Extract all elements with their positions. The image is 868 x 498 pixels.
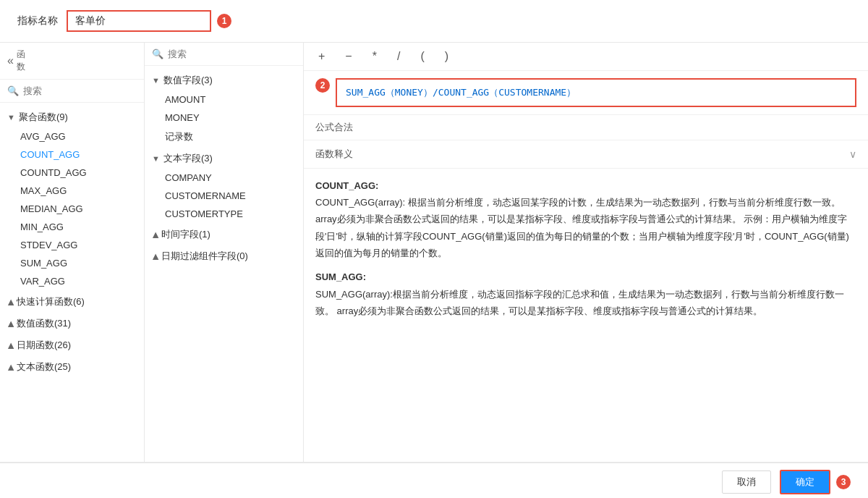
date-func-group: ▶ 日期函数(26): [0, 335, 144, 355]
date-arrow: ▶: [6, 342, 15, 348]
func-count-agg[interactable]: COUNT_AGG: [0, 145, 144, 164]
func-def-header[interactable]: 函数释义 ∨: [304, 140, 868, 169]
func-avg-agg[interactable]: AVG_AGG: [0, 127, 144, 145]
field-customername[interactable]: CUSTOMERNAME: [145, 187, 303, 205]
text-func-group-label: 文本函数(25): [17, 360, 71, 374]
field-company[interactable]: COMPANY: [145, 169, 303, 187]
date-filter-fields-arrow: ▶: [150, 253, 160, 259]
middle-search-box: 🔍: [145, 43, 303, 66]
panel-label-shu: 数: [17, 61, 25, 73]
numeric-fields-group: ▼ 数值字段(3) AMOUNT MONEY 记录数: [145, 70, 303, 147]
time-fields-header[interactable]: ▶ 时间字段(1): [145, 224, 303, 245]
formula-toolbar: + − * / ( ): [304, 43, 868, 71]
functions-tree: ▼ 聚合函数(9) AVG_AGG COUNT_AGG COUNTD_AGG M…: [0, 103, 144, 462]
bottom-bar: 取消 确定 3: [0, 463, 868, 498]
minus-button[interactable]: −: [342, 48, 354, 64]
formula-status: 公式合法: [304, 115, 868, 140]
func-def-content: COUNT_AGG: COUNT_AGG(array): 根据当前分析维度，动态…: [304, 169, 868, 336]
time-fields-arrow: ▶: [150, 232, 160, 237]
sum-agg-title: SUM_AGG:: [315, 271, 366, 282]
badge-3: 3: [836, 475, 851, 489]
left-search-box: 🔍: [0, 80, 144, 103]
badge-2: 2: [315, 78, 330, 93]
field-amount[interactable]: AMOUNT: [145, 90, 303, 109]
func-median-agg[interactable]: MEDIAN_AGG: [0, 200, 144, 218]
count-agg-body: COUNT_AGG(array): 根据当前分析维度，动态返回某字段的计数，生成…: [315, 197, 849, 258]
numeric-func-group: ▶ 数值函数(31): [0, 313, 144, 334]
numeric-arrow: ▶: [6, 321, 15, 326]
numeric-fields-label: 数值字段(3): [163, 74, 213, 87]
func-def-title: 函数释义: [315, 148, 353, 161]
plus-button[interactable]: +: [315, 48, 328, 64]
panel-label-han: 函: [17, 48, 25, 61]
middle-search-icon: 🔍: [152, 48, 163, 59]
agg-group-label: 聚合函数(9): [19, 111, 68, 124]
formula-editor-wrapper: 2 SUM_AGG（MONEY）/COUNT_AGG（CUSTOMERNAME）: [304, 71, 868, 115]
time-fields-label: 时间字段(1): [161, 228, 210, 241]
numeric-func-group-header[interactable]: ▶ 数值函数(31): [0, 313, 144, 334]
top-bar: 指标名称 1: [0, 0, 868, 43]
chevron-down-icon: ∨: [849, 148, 856, 160]
text-func-arrow: ▶: [6, 364, 15, 370]
date-func-group-label: 日期函数(26): [17, 339, 71, 352]
quick-arrow: ▶: [6, 299, 15, 305]
badge-1: 1: [217, 14, 231, 28]
divide-button[interactable]: /: [394, 48, 403, 64]
func-countd-agg[interactable]: COUNTD_AGG: [0, 164, 144, 182]
quick-group-header[interactable]: ▶ 快速计算函数(6): [0, 292, 144, 312]
middle-search-input[interactable]: [168, 48, 296, 59]
quick-group-label: 快速计算函数(6): [17, 295, 85, 308]
metric-name-input[interactable]: [67, 10, 211, 32]
date-func-group-header[interactable]: ▶ 日期函数(26): [0, 335, 144, 355]
lparen-button[interactable]: (: [417, 48, 427, 64]
text-fields-group: ▼ 文本字段(3) COMPANY CUSTOMERNAME CUSTOMERT…: [145, 148, 303, 223]
confirm-button[interactable]: 确定: [780, 470, 830, 494]
agg-group: ▼ 聚合函数(9) AVG_AGG COUNT_AGG COUNTD_AGG M…: [0, 107, 144, 290]
numeric-fields-header[interactable]: ▼ 数值字段(3): [145, 70, 303, 90]
date-filter-fields-group: ▶ 日期过滤组件字段(0): [145, 246, 303, 266]
agg-arrow: ▼: [7, 113, 15, 122]
sum-agg-body: SUM_AGG(array):根据当前分析维度，动态返回指标字段的汇总求和值，生…: [315, 289, 844, 316]
main-area: « 函 数 🔍 ▼ 聚合函数(9) AVG_AGG COUNT_AGG COUN…: [0, 43, 868, 463]
numeric-fields-arrow: ▼: [152, 76, 160, 85]
text-func-group-header[interactable]: ▶ 文本函数(25): [0, 357, 144, 377]
text-func-group: ▶ 文本函数(25): [0, 357, 144, 377]
date-filter-fields-header[interactable]: ▶ 日期过滤组件字段(0): [145, 246, 303, 266]
count-agg-title: COUNT_AGG:: [315, 180, 378, 191]
agg-group-header[interactable]: ▼ 聚合函数(9): [0, 107, 144, 127]
multiply-button[interactable]: *: [370, 48, 380, 64]
cancel-button[interactable]: 取消: [722, 470, 771, 494]
text-fields-arrow: ▼: [152, 154, 160, 163]
func-max-agg[interactable]: MAX_AGG: [0, 182, 144, 200]
field-record-count[interactable]: 记录数: [145, 127, 303, 147]
fields-tree: ▼ 数值字段(3) AMOUNT MONEY 记录数 ▼ 文本字段(3) COM…: [145, 66, 303, 462]
date-filter-fields-label: 日期过滤组件字段(0): [161, 250, 248, 263]
func-sum-agg[interactable]: SUM_AGG: [0, 254, 144, 272]
func-var-agg[interactable]: VAR_AGG: [0, 272, 144, 290]
text-fields-label: 文本字段(3): [163, 152, 213, 165]
left-panel: « 函 数 🔍 ▼ 聚合函数(9) AVG_AGG COUNT_AGG COUN…: [0, 43, 145, 462]
left-search-input[interactable]: [23, 85, 137, 96]
func-min-agg[interactable]: MIN_AGG: [0, 218, 144, 236]
right-panel: + − * / ( ) 2 SUM_AGG（MONEY）/COUNT_AGG（C…: [304, 43, 868, 462]
collapse-icon: «: [7, 54, 14, 67]
formula-editor[interactable]: SUM_AGG（MONEY）/COUNT_AGG（CUSTOMERNAME）: [336, 78, 856, 107]
quick-group: ▶ 快速计算函数(6): [0, 292, 144, 312]
metric-name-input-wrapper: 1: [67, 10, 231, 32]
metric-name-label: 指标名称: [17, 14, 58, 28]
func-def-section: 函数释义 ∨ COUNT_AGG: COUNT_AGG(array): 根据当前…: [304, 140, 868, 463]
collapse-button[interactable]: « 函 数: [0, 43, 144, 80]
func-stdev-agg[interactable]: STDEV_AGG: [0, 236, 144, 254]
rparen-button[interactable]: ): [442, 48, 451, 64]
middle-panel: 🔍 ▼ 数值字段(3) AMOUNT MONEY 记录数 ▼ 文本字段(3): [145, 43, 304, 462]
left-search-icon: 🔍: [7, 85, 19, 96]
text-fields-header[interactable]: ▼ 文本字段(3): [145, 148, 303, 169]
field-customertype[interactable]: CUSTOMERTYPE: [145, 205, 303, 223]
numeric-func-group-label: 数值函数(31): [17, 317, 71, 330]
time-fields-group: ▶ 时间字段(1): [145, 224, 303, 245]
confirm-wrapper: 确定 3: [780, 470, 851, 494]
field-money[interactable]: MONEY: [145, 109, 303, 127]
